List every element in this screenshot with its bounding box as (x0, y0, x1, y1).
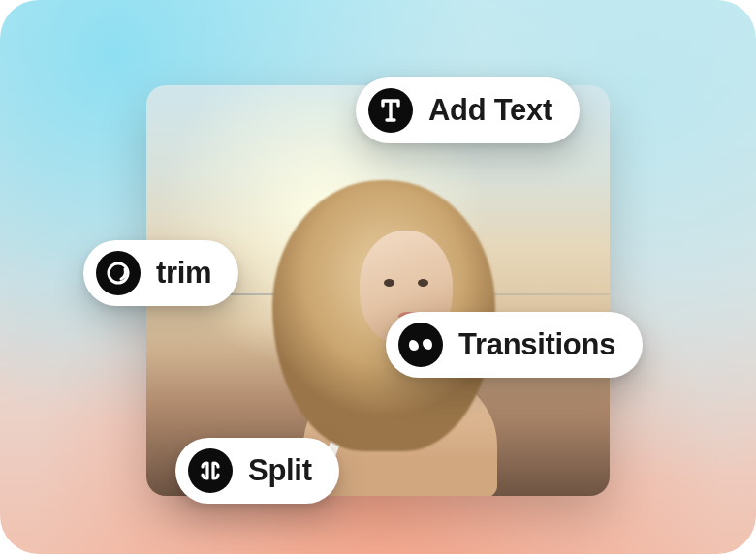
promo-card: Add Text trim Transitions Split (0, 0, 756, 554)
transitions-label: Transitions (458, 327, 615, 362)
split-button[interactable]: Split (175, 438, 339, 504)
split-icon (188, 448, 233, 493)
transitions-icon (398, 323, 443, 367)
add-text-button[interactable]: Add Text (356, 77, 580, 143)
add-text-label: Add Text (428, 93, 552, 128)
trim-button[interactable]: trim (83, 240, 238, 306)
trim-icon (96, 251, 141, 295)
transitions-button[interactable]: Transitions (386, 312, 643, 378)
split-label: Split (248, 453, 312, 488)
text-icon (368, 88, 413, 133)
trim-label: trim (156, 256, 211, 291)
